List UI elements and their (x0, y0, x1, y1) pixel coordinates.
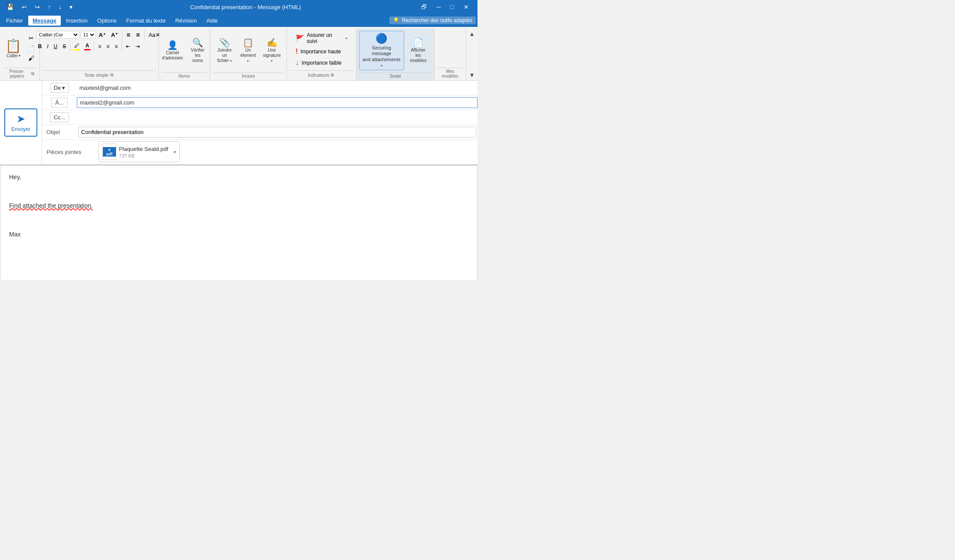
attachment-name: Plaquette Seald.pdf (119, 146, 168, 152)
search-tools-label: Rechercher des outils adaptés (402, 17, 472, 23)
menu-options[interactable]: Options (93, 16, 121, 26)
text-group-label: Texte simple ⧉ (43, 70, 156, 79)
ribbon-scroll: ▲ ▼ (466, 29, 478, 80)
strikethrough-button[interactable]: S (60, 43, 68, 50)
italic-button[interactable]: I (45, 43, 50, 50)
attach-item-button[interactable]: 📋 Unélement ▾ (237, 36, 259, 65)
close-window-button[interactable]: ✕ (459, 2, 473, 12)
font-shrink-button[interactable]: A▼ (109, 31, 120, 39)
menu-revision[interactable]: Révision (171, 16, 201, 26)
maximize-window-button[interactable]: □ (446, 2, 458, 12)
high-importance-button[interactable]: ! Importance haute (294, 47, 349, 56)
ribbon-scroll-up[interactable]: ▲ (468, 29, 476, 38)
separator4 (94, 41, 94, 52)
minimize-window-button[interactable]: ─ (432, 2, 445, 12)
menu-fichier[interactable]: Fichier (2, 16, 27, 26)
menu-format[interactable]: Format du texte (122, 16, 170, 26)
attach-file-label: Joindre unfichier ▾ (216, 48, 233, 63)
attachment-dropdown-arrow[interactable]: ▾ (174, 150, 176, 154)
to-button[interactable]: À... (51, 98, 68, 108)
send-label: Envoyer (11, 126, 30, 132)
align-right-button[interactable]: ≡ (112, 43, 120, 50)
clipboard-expand-button[interactable]: ⧉ (30, 70, 35, 77)
body-line-2 (9, 187, 468, 196)
search-tools-box[interactable]: 💡 Rechercher des outils adaptés (389, 16, 476, 24)
email-body[interactable]: Hey, Find attached the presentation. Max (0, 165, 478, 280)
from-label-area: De ▾ (42, 81, 77, 95)
font-family-select[interactable]: Calibri (Cor (36, 31, 79, 39)
from-row: De ▾ maxtest@gmail.com (42, 81, 478, 95)
follow-up-arrow: ▾ (346, 36, 347, 40)
attach-file-button[interactable]: 📎 Joindre unfichier ▾ (213, 36, 236, 65)
view-templates-button[interactable]: 📄 Afficher lesmodèles (405, 36, 431, 65)
menu-insertion[interactable]: Insertion (62, 16, 92, 26)
body-line-4 (9, 216, 468, 225)
high-importance-icon: ! (296, 48, 298, 56)
seald-securing-label: Securing messageand attachements ▾ (362, 45, 401, 68)
cc-row: Cc... (42, 110, 478, 125)
separator3 (70, 41, 70, 52)
email-fields: De ▾ maxtest@gmail.com À... (42, 81, 478, 164)
cc-button[interactable]: Cc... (50, 112, 69, 122)
numbered-button[interactable]: ≣ (134, 31, 142, 39)
low-importance-button[interactable]: ↓ Importance faible (294, 58, 349, 68)
indent-less-button[interactable]: ⇤ (124, 43, 132, 50)
body-line-3: Find attached the presentation. (9, 201, 468, 210)
subject-input[interactable] (78, 127, 476, 138)
paste-button[interactable]: 📋 Coller ▾ (2, 37, 24, 59)
address-book-button[interactable]: 👤 Carnetd'adresses (159, 39, 185, 63)
redo-qat-button[interactable]: ↪ (33, 3, 42, 11)
inclure-content: 📎 Joindre unfichier ▾ 📋 Unélement ▾ ✍ Un… (213, 29, 284, 72)
font-color-icon: A (86, 43, 89, 49)
seald-group-label: Seald (359, 72, 431, 79)
save-qat-button[interactable]: 💾 (4, 3, 16, 11)
underline-button[interactable]: U (52, 43, 60, 50)
send-area: ➤ Envoyer (0, 81, 42, 164)
indicators-expand-button[interactable]: ⧉ (330, 72, 335, 79)
up-qat-button[interactable]: ↑ (46, 3, 53, 11)
mes-modeles-group-label: Mes modèles (437, 68, 463, 79)
check-names-label: Vérifierles noms (189, 48, 206, 63)
seald-securing-button[interactable]: 🔵 Securing messageand attachements ▾ (359, 31, 404, 70)
font-grow-button[interactable]: A▲ (97, 31, 108, 39)
cc-input[interactable] (77, 112, 478, 122)
window-title: Confidential presentation - Message (HTM… (75, 4, 417, 10)
send-button[interactable]: ➤ Envoyer (4, 108, 37, 137)
noms-content: 👤 Carnetd'adresses 🔍 Vérifierles noms (159, 29, 209, 72)
text-content: Calibri (Cor 11 A▲ A▼ ≣ ≣ Aa✕ B I U S (36, 29, 163, 70)
align-center-button[interactable]: ≡ (104, 43, 112, 50)
menu-message[interactable]: Message (28, 16, 61, 26)
from-dropdown-button[interactable]: De ▾ (50, 83, 69, 93)
font-size-select[interactable]: 11 (80, 31, 96, 39)
low-importance-label: Importance faible (302, 60, 342, 66)
ribbon-group-inclure: 📎 Joindre unfichier ▾ 📋 Unélement ▾ ✍ Un… (210, 29, 287, 80)
subject-label: Objet (42, 129, 77, 135)
down-qat-button[interactable]: ↓ (56, 3, 64, 11)
more-qat-button[interactable]: ▾ (67, 3, 75, 11)
copy-button[interactable]: 📄 (25, 44, 37, 52)
menu-bar: Fichier Message Insertion Options Format… (0, 14, 478, 27)
check-names-button[interactable]: 🔍 Vérifierles noms (186, 36, 209, 65)
follow-up-button[interactable]: 🚩 Assurer un suivi ▾ (294, 31, 349, 45)
format-row: B I U S 🖊 A ≡ ≡ ≡ ⇤ ⇥ (36, 41, 142, 52)
ribbon-group-mes-modeles: Mes modèles (435, 29, 466, 80)
signature-button[interactable]: ✍ Unesignature ▾ (260, 36, 284, 65)
bullets-button[interactable]: ≣ (124, 31, 133, 39)
align-left-button[interactable]: ≡ (96, 43, 103, 50)
menu-aide[interactable]: Aide (202, 16, 222, 26)
email-form-area: ➤ Envoyer De ▾ maxtest@gmail.com (0, 81, 478, 165)
ribbon-scroll-down[interactable]: ▼ (468, 71, 476, 79)
seald-logo-icon: 🔵 (375, 33, 387, 44)
format-painter-button[interactable]: 🖌 (25, 54, 37, 62)
to-input[interactable] (77, 97, 478, 108)
cut-button[interactable]: ✂ (25, 34, 37, 43)
ribbon-group-seald: 🔵 Securing messageand attachements ▾ 📄 A… (356, 29, 435, 80)
restore-window-button[interactable]: 🗗 (417, 2, 431, 12)
undo-qat-button[interactable]: ↩ (20, 3, 29, 11)
highlight-color-button[interactable]: 🖊 (72, 42, 82, 51)
font-color-button[interactable]: A (82, 42, 92, 51)
text-expand-button[interactable]: ⧉ (109, 72, 114, 79)
indent-more-button[interactable]: ⇥ (133, 43, 142, 50)
bold-button[interactable]: B (36, 43, 44, 50)
attachment-item[interactable]: epdf Plaquette Seald.pdf 737 KB ▾ (99, 141, 179, 162)
